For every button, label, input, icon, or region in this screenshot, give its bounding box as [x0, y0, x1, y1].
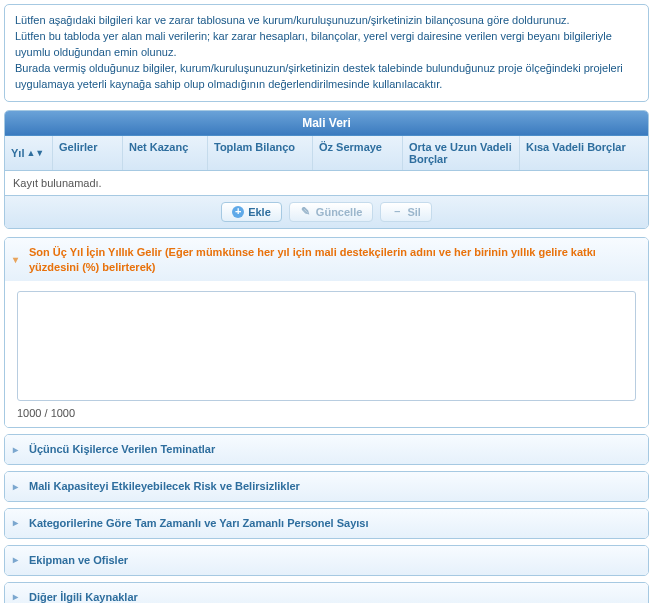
grid-title: Mali Veri	[5, 111, 648, 136]
annual-income-textarea[interactable]	[17, 291, 636, 401]
plus-icon: +	[232, 206, 244, 218]
col-short-term-debt[interactable]: Kısa Vadeli Borçlar	[520, 136, 648, 170]
update-button[interactable]: ✎ Güncelle	[289, 202, 373, 222]
col-equity[interactable]: Öz Sermaye	[313, 136, 403, 170]
accordion-head-guarantees[interactable]: Üçüncü Kişilerce Verilen Teminatlar	[5, 435, 648, 464]
col-year[interactable]: Yıl ▲▼	[5, 136, 53, 170]
accordion-equipment: Ekipman ve Ofisler	[4, 545, 649, 576]
accordion-head-annual-income[interactable]: Son Üç Yıl İçin Yıllık Gelir (Eğer mümkü…	[5, 238, 648, 282]
col-long-term-debt[interactable]: Orta ve Uzun Vadeli Borçlar	[403, 136, 520, 170]
accordion-head-other[interactable]: Diğer İlgili Kaynaklar	[5, 583, 648, 603]
col-total-balance[interactable]: Toplam Bilanço	[208, 136, 313, 170]
col-revenue[interactable]: Gelirler	[53, 136, 123, 170]
delete-button[interactable]: – Sil	[380, 202, 431, 222]
char-counter: 1000 / 1000	[17, 407, 636, 419]
accordion-head-personnel[interactable]: Kategorilerine Göre Tam Zamanlı ve Yarı …	[5, 509, 648, 538]
financial-grid: Mali Veri Yıl ▲▼ Gelirler Net Kazanç Top…	[4, 110, 649, 229]
accordion-guarantees: Üçüncü Kişilerce Verilen Teminatlar	[4, 434, 649, 465]
pencil-icon: ✎	[300, 206, 312, 218]
intro-panel: Lütfen aşağıdaki bilgileri kar ve zarar …	[4, 4, 649, 102]
col-net-profit[interactable]: Net Kazanç	[123, 136, 208, 170]
accordion-head-risks[interactable]: Mali Kapasiteyi Etkileyebilecek Risk ve …	[5, 472, 648, 501]
intro-text: Lütfen aşağıdaki bilgileri kar ve zarar …	[15, 14, 623, 90]
accordion-body-annual-income: 1000 / 1000	[5, 281, 648, 427]
accordion-head-equipment[interactable]: Ekipman ve Ofisler	[5, 546, 648, 575]
grid-toolbar: + Ekle ✎ Güncelle – Sil	[5, 195, 648, 228]
sort-icon: ▲▼	[26, 148, 44, 158]
grid-empty-row: Kayıt bulunamadı.	[5, 171, 648, 195]
accordion-other: Diğer İlgili Kaynaklar	[4, 582, 649, 603]
add-button[interactable]: + Ekle	[221, 202, 282, 222]
accordion-risks: Mali Kapasiteyi Etkileyebilecek Risk ve …	[4, 471, 649, 502]
accordion-annual-income: Son Üç Yıl İçin Yıllık Gelir (Eğer mümkü…	[4, 237, 649, 429]
accordion-personnel: Kategorilerine Göre Tam Zamanlı ve Yarı …	[4, 508, 649, 539]
minus-icon: –	[391, 206, 403, 218]
grid-header-row: Yıl ▲▼ Gelirler Net Kazanç Toplam Bilanç…	[5, 136, 648, 171]
